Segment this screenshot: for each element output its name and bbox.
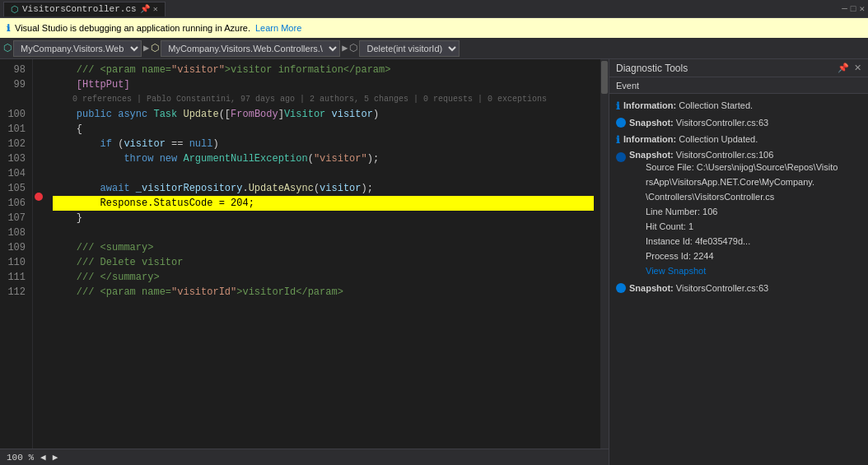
class-icon: ⬡ — [3, 42, 12, 54]
code-meta-100: 0 references | Pablo Constantini, 97 day… — [53, 92, 594, 107]
title-bar: ⬡ VisitorsController.cs 📌 ✕ ─ □ ✕ — [0, 0, 868, 18]
title-bar-right: ─ □ ✕ — [842, 3, 865, 14]
diag-panel: Diagnostic Tools 📌 ✕ Event ℹ Information… — [609, 59, 868, 465]
diag-header: Event — [609, 77, 868, 94]
main-layout: 98 99 100 101 102 103 104 105 106 107 10… — [0, 59, 868, 465]
snap-icon-3 — [616, 152, 626, 162]
info-banner: ℹ Visual Studio is debugging an applicat… — [0, 18, 868, 38]
breakpoint-line106[interactable] — [35, 193, 43, 201]
breadcrumb-method[interactable]: MyCompany.Visitors.Web.Controllers.\ — [161, 40, 340, 57]
file-icon: ⬡ — [11, 4, 19, 15]
code-gutter — [33, 59, 46, 449]
code-content: /// <param name="visitor">visitor inform… — [46, 59, 600, 449]
zoom-left-icon[interactable]: ◀ — [40, 452, 46, 463]
diag-item-1: Snapshot: VisitorsController.cs:63 — [613, 114, 865, 131]
diag-title: Diagnostic Tools — [616, 63, 688, 74]
info-text: Visual Studio is debugging an applicatio… — [15, 23, 250, 33]
zoom-right-icon[interactable]: ▶ — [53, 452, 58, 463]
code-line-106: Response.StatusCode = 204; — [53, 196, 594, 211]
diag-close-icon[interactable]: ✕ — [854, 63, 861, 73]
breadcrumb-class[interactable]: MyCompany.Visitors.Web — [13, 40, 142, 57]
diag-item-4: Snapshot: VisitorsController.cs:63 — [613, 280, 865, 296]
window-close[interactable]: ✕ — [859, 3, 865, 14]
zoom-bar: 100 % ◀ ▶ — [0, 449, 609, 465]
delete-icon: ⬡ — [349, 42, 357, 54]
window-minimize[interactable]: ─ — [842, 4, 847, 14]
editor-scroll[interactable]: 98 99 100 101 102 103 104 105 106 107 10… — [0, 59, 609, 449]
diag-item-2: ℹ Information: Collection Updated. — [613, 131, 865, 148]
code-line-102: if (visitor == null) — [53, 137, 594, 151]
editor-toolbar: ⬡ MyCompany.Visitors.Web ▶ ⬡ MyCompany.V… — [0, 38, 868, 59]
diag-pin-icon[interactable]: 📌 — [838, 63, 849, 73]
editor-scrollbar[interactable] — [600, 59, 609, 449]
code-line-109: /// <summary> — [53, 240, 594, 255]
diag-text-0: Information: Collection Started. — [623, 99, 753, 112]
code-area: 98 99 100 101 102 103 104 105 106 107 10… — [0, 59, 609, 449]
code-line-108 — [53, 226, 594, 240]
editor-pane: 98 99 100 101 102 103 104 105 106 107 10… — [0, 59, 609, 465]
close-icon[interactable]: ✕ — [153, 4, 158, 14]
diag-text-4: Snapshot: VisitorsController.cs:63 — [629, 281, 768, 295]
code-line-110: /// Delete visitor — [53, 255, 594, 270]
diag-title-bar: Diagnostic Tools 📌 ✕ — [609, 59, 868, 77]
file-tab-label: VisitorsController.cs — [22, 4, 137, 14]
code-line-101: { — [53, 122, 594, 137]
snap-icon-1 — [616, 118, 626, 128]
breadcrumb-icon: ⬡ — [151, 42, 159, 54]
code-line-107: } — [53, 211, 594, 226]
info-icon-2: ℹ — [616, 133, 620, 146]
snap-icon-4 — [616, 283, 626, 293]
code-line-98: /// <param name="visitor">visitor inform… — [53, 63, 594, 77]
line-numbers: 98 99 100 101 102 103 104 105 106 107 10… — [0, 59, 33, 449]
diag-content: ℹ Information: Collection Started. Snaps… — [609, 94, 868, 465]
code-line-103: throw new ArgumentNullException("visitor… — [53, 151, 594, 166]
view-snapshot-link[interactable]: View Snapshot — [646, 266, 706, 276]
code-line-105: await _visitorRepository.UpdateAsync(vis… — [53, 181, 594, 196]
diag-item-3: Snapshot: VisitorsController.cs:106 Sour… — [613, 148, 865, 280]
zoom-level: 100 % — [7, 453, 34, 463]
diag-actions: 📌 ✕ — [838, 63, 861, 73]
code-line-99: [HttpPut] — [53, 77, 594, 92]
diag-text-1: Snapshot: VisitorsController.cs:63 — [629, 116, 768, 129]
diag-event-header: Event — [616, 81, 639, 91]
code-line-104 — [53, 166, 594, 181]
diag-text-2: Information: Collection Updated. — [623, 133, 758, 146]
code-line-112: /// <param name="visitorId">visitorId</p… — [53, 285, 594, 300]
pin-icon[interactable]: 📌 — [140, 4, 150, 14]
learn-more-link[interactable]: Learn More — [255, 23, 301, 33]
breadcrumb-param[interactable]: Delete(int visitorId) — [359, 40, 460, 57]
info-icon-0: ℹ — [616, 100, 620, 113]
diag-item-0: ℹ Information: Collection Started. — [613, 97, 865, 114]
window-restore[interactable]: □ — [851, 4, 856, 14]
code-line-100: public async Task Update([FromBody]Visit… — [53, 107, 594, 122]
diag-snapshot-detail: Snapshot: VisitorsController.cs:106 Sour… — [629, 150, 838, 278]
info-icon: ℹ — [7, 23, 10, 34]
file-tab[interactable]: ⬡ VisitorsController.cs 📌 ✕ — [3, 2, 166, 16]
code-line-111: /// </summary> — [53, 270, 594, 285]
